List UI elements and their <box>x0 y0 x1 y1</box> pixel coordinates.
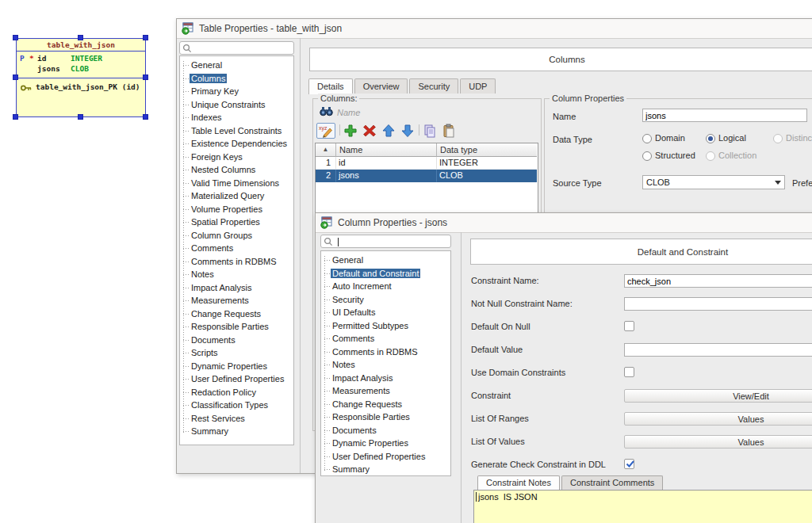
nav-column-user-defined-properties[interactable]: User Defined Properties <box>321 450 450 464</box>
entity-columns: P*idINTEGERjsonsCLOB <box>17 52 145 78</box>
selection-handle[interactable] <box>78 114 83 120</box>
nav-column-documents[interactable]: Documents <box>321 424 450 437</box>
column-datatype: INTEGER <box>71 53 102 63</box>
paste-icon[interactable] <box>442 124 456 138</box>
panel-splitter[interactable] <box>461 232 462 523</box>
nav-table-dynamic-properties[interactable]: Dynamic Properties <box>180 360 293 373</box>
nav-column-default-and-constraint[interactable]: Default and Constraint <box>321 267 450 281</box>
tab-security[interactable]: Security <box>409 78 458 94</box>
column-name: jsons <box>37 63 60 74</box>
nav-table-primary-key[interactable]: Primary Key <box>180 85 293 98</box>
nav-table-redaction-policy[interactable]: Redaction Policy <box>180 386 293 399</box>
nav-column-security[interactable]: Security <box>321 293 450 307</box>
not-null-constraint-name-field[interactable] <box>624 297 812 311</box>
nav-column-permitted-subtypes[interactable]: Permitted Subtypes <box>321 319 450 333</box>
nav-table-rest-services[interactable]: Rest Services <box>180 412 293 426</box>
nav-table-general[interactable]: General <box>180 59 293 72</box>
table-row-jsons[interactable]: 2jsonsCLOB <box>316 170 538 182</box>
generate-check-constraint-in-ddl-checkbox[interactable] <box>624 459 634 469</box>
nav-table-comments-in-rdbms[interactable]: Comments in RDBMS <box>180 255 293 269</box>
column-name-field[interactable] <box>642 109 807 122</box>
nav-table-classification-types[interactable]: Classification Types <box>180 399 293 412</box>
add-column-button[interactable] <box>343 124 358 138</box>
move-up-button[interactable] <box>381 124 396 138</box>
nav-column-ui-defaults[interactable]: UI Defaults <box>321 306 450 319</box>
nav-table-volume-properties[interactable]: Volume Properties <box>180 203 293 216</box>
selection-handle[interactable] <box>78 35 83 40</box>
nav-table-unique-constraints[interactable]: Unique Constraints <box>180 98 293 112</box>
move-down-button[interactable] <box>400 124 415 138</box>
tab-overview[interactable]: Overview <box>354 78 408 94</box>
source-type-label: Source Type <box>553 178 602 188</box>
nav-table-nested-columns[interactable]: Nested Columns <box>180 163 293 177</box>
nav-column-impact-analysis[interactable]: Impact Analysis <box>321 372 450 385</box>
nav-table-indexes[interactable]: Indexes <box>180 111 293 124</box>
nav-column-comments[interactable]: Comments <box>321 332 450 345</box>
selection-handle[interactable] <box>13 35 18 40</box>
copy-icon[interactable] <box>423 124 437 138</box>
nav-table-spatial-properties[interactable]: Spatial Properties <box>180 216 293 229</box>
table-row-id[interactable]: 1idINTEGER <box>316 157 538 170</box>
radio-logical[interactable] <box>706 134 715 143</box>
selection-handle[interactable] <box>143 114 148 120</box>
nav-table-valid-time-dimensions[interactable]: Valid Time Dimensions <box>180 177 293 190</box>
tab-details[interactable]: Details <box>308 78 353 94</box>
tab-udp[interactable]: UDP <box>460 78 496 94</box>
edit-names-button[interactable]: xyz <box>316 123 335 139</box>
nav-table-foreign-keys[interactable]: Foreign Keys <box>180 151 293 164</box>
column-props-search-input[interactable] <box>320 235 451 248</box>
radio-domain[interactable] <box>642 134 652 143</box>
sort-asc-icon[interactable]: ▲ <box>316 143 336 157</box>
nav-table-column-groups[interactable]: Column Groups <box>180 229 293 242</box>
source-type-dropdown[interactable]: CLOB <box>642 175 785 189</box>
selection-handle[interactable] <box>143 74 148 80</box>
list-of-values-button[interactable]: Values <box>624 435 812 449</box>
nav-table-impact-analysis[interactable]: Impact Analysis <box>180 281 293 295</box>
tab-constraint-comments[interactable]: Constraint Comments <box>561 475 663 490</box>
nav-table-documents[interactable]: Documents <box>180 334 293 347</box>
nav-column-change-requests[interactable]: Change Requests <box>321 398 450 411</box>
nav-table-columns[interactable]: Columns <box>180 72 293 86</box>
constraint-button[interactable]: View/Edit <box>624 389 812 403</box>
default-on-null-checkbox[interactable] <box>624 321 634 331</box>
nav-column-summary[interactable]: Summary <box>321 463 450 476</box>
selection-handle[interactable] <box>13 74 18 80</box>
nav-table-existence-dependencies[interactable]: Existence Dependencies <box>180 137 293 151</box>
nav-column-auto-increment[interactable]: Auto Increment <box>321 280 450 293</box>
column-filter-input[interactable]: Name <box>337 108 360 117</box>
column-properties-titlebar[interactable]: Column Properties - jsons <box>316 213 812 233</box>
entity-table-with-json[interactable]: table_with_json P*idINTEGERjsonsCLOB tab… <box>16 38 146 117</box>
nav-table-scripts[interactable]: Scripts <box>180 346 293 360</box>
table-properties-titlebar[interactable]: Table Properties - table_with_json <box>177 19 812 39</box>
nav-table-summary[interactable]: Summary <box>180 425 293 438</box>
nav-table-responsible-parties[interactable]: Responsible Parties <box>180 320 293 334</box>
selection-handle[interactable] <box>13 114 18 120</box>
nav-column-notes[interactable]: Notes <box>321 358 450 372</box>
nav-table-change-requests[interactable]: Change Requests <box>180 307 293 321</box>
grid-header-name[interactable]: Name <box>336 143 437 157</box>
use-domain-constraints-checkbox[interactable] <box>624 367 634 377</box>
tab-constraint-notes[interactable]: Constraint Notes <box>477 475 560 491</box>
list-of-ranges-button[interactable]: Values <box>624 412 812 426</box>
nav-column-comments-in-rdbms[interactable]: Comments in RDBMS <box>321 345 450 359</box>
nav-table-table-level-constraints[interactable]: Table Level Constraints <box>180 124 293 138</box>
constraint-name-field[interactable] <box>624 274 812 288</box>
constraint-notes-editor[interactable]: jsons IS JSON <box>473 490 812 523</box>
nav-column-general[interactable]: General <box>321 254 450 267</box>
nav-table-notes[interactable]: Notes <box>180 268 293 281</box>
nav-table-measurements[interactable]: Measurements <box>180 294 293 307</box>
nav-table-materialized-query[interactable]: Materialized Query <box>180 189 293 203</box>
nav-column-responsible-parties[interactable]: Responsible Parties <box>321 410 450 424</box>
nav-column-measurements[interactable]: Measurements <box>321 384 450 398</box>
default-value-field[interactable] <box>624 343 812 357</box>
delete-column-button[interactable] <box>362 124 377 138</box>
nav-column-dynamic-properties[interactable]: Dynamic Properties <box>321 437 450 450</box>
nav-item-label: Summary <box>190 426 230 436</box>
nav-table-comments[interactable]: Comments <box>180 242 293 255</box>
selection-handle[interactable] <box>143 35 148 40</box>
table-props-search-input[interactable] <box>179 41 294 55</box>
grid-header-datatype[interactable]: Data type <box>437 143 537 157</box>
nav-table-user-defined-properties[interactable]: User Defined Properties <box>180 372 293 386</box>
panel-splitter[interactable] <box>300 38 301 473</box>
radio-structured[interactable] <box>642 151 652 161</box>
